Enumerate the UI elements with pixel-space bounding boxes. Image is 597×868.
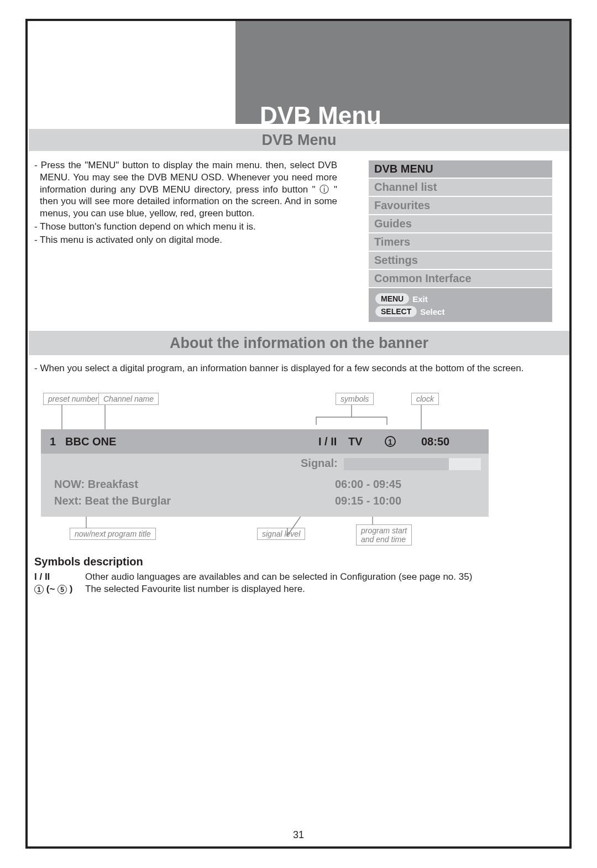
favourite-close-paren: ) [70, 584, 73, 594]
symbol-key-favourite: 1 (~ 5 ) [34, 584, 85, 595]
intro-text: - Press the "MENU" button to display the… [34, 159, 337, 247]
banner-intro-text: - When you select a digital program, an … [34, 363, 523, 374]
banner-now-label: NOW: Breakfast [54, 478, 138, 491]
dvb-menu-footer: MENU Exit SELECT Select [369, 288, 552, 322]
menu-item-channel-list[interactable]: Channel list [369, 179, 552, 197]
symbols-description: Symbols description I / II Other audio l… [34, 555, 532, 596]
annotation-start-end: program start and end time [356, 524, 412, 545]
banner-signal-label: Signal: [301, 457, 338, 470]
section-heading-banner-text: About the information on the banner [170, 335, 428, 352]
dvb-menu-title: DVB MENU [369, 160, 552, 179]
menu-item-common-interface[interactable]: Common Interface [369, 270, 552, 288]
intro-line-3: - This menu is activated only on digital… [34, 234, 337, 246]
annotation-symbols: symbols [336, 393, 374, 405]
banner-audio-symbol: I / II [318, 435, 337, 448]
intro-line-2: - Those button's function depend on whic… [34, 221, 337, 233]
symbol-key-audio: I / II [34, 571, 85, 583]
banner-tv-symbol: TV [348, 435, 363, 448]
page-number: 31 [28, 829, 569, 841]
banner-favourite-number-icon: 1 [385, 436, 396, 447]
menu-button-label: Exit [412, 294, 428, 304]
banner-channel-name: BBC ONE [65, 435, 116, 448]
intro-line-1: - Press the "MENU" button to display the… [34, 159, 337, 220]
banner-clock: 08:50 [421, 435, 449, 448]
page-border: DVB Menu DVB Menu - Press the "MENU" but… [25, 19, 572, 849]
favourite-one-icon: 1 [34, 585, 44, 594]
annotation-preset-number: preset number [43, 393, 103, 405]
banner-next-time: 09:15 - 10:00 [335, 495, 401, 507]
menu-item-favourites[interactable]: Favourites [369, 197, 552, 215]
banner-bottom: Signal: NOW: Breakfast 06:00 - 09:45 Nex… [41, 454, 489, 517]
symbols-description-heading: Symbols description [34, 555, 532, 568]
annotation-nownext: now/next program title [70, 528, 156, 540]
menu-item-settings[interactable]: Settings [369, 252, 552, 270]
dvb-menu-panel: DVB MENU Channel list Favourites Guides … [369, 160, 552, 322]
page-title: DVB Menu [260, 102, 381, 129]
symbol-desc-audio: Other audio languages are availables and… [85, 571, 472, 583]
banner-next-label: Next: Beat the Burglar [54, 495, 171, 507]
banner-signal-bar-end [449, 458, 481, 470]
banner-top-row: 1 BBC ONE I / II TV 1 08:50 [41, 429, 489, 454]
favourite-five-icon: 5 [57, 585, 67, 594]
favourite-tilde: (~ [46, 584, 55, 594]
section-heading-text: DVB Menu [262, 132, 337, 149]
menu-item-guides[interactable]: Guides [369, 215, 552, 233]
select-button-label: Select [420, 307, 444, 316]
annotation-signal-level: signal level [257, 528, 305, 540]
menu-button-pill[interactable]: MENU [375, 293, 409, 304]
annotation-clock: clock [411, 393, 439, 405]
banner-now-time: 06:00 - 09:45 [335, 478, 401, 491]
annotation-channel-name: Channel name [98, 393, 159, 405]
section-heading-banner-info: About the information on the banner [29, 331, 569, 355]
info-banner: 1 BBC ONE I / II TV 1 08:50 Signal: NOW:… [41, 429, 489, 517]
section-heading-dvb-menu: DVB Menu [29, 129, 569, 151]
symbol-desc-favourite: The selected Favourite list number is di… [85, 584, 305, 595]
banner-signal-bar [344, 458, 449, 470]
menu-item-timers[interactable]: Timers [369, 233, 552, 252]
banner-preset-number: 1 [50, 435, 65, 448]
select-button-pill[interactable]: SELECT [375, 306, 417, 317]
